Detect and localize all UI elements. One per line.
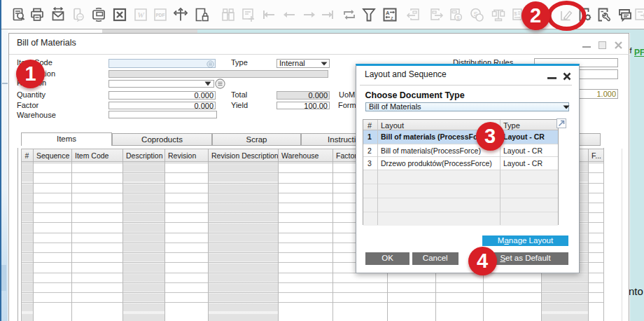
svg-text:$: $ (514, 11, 517, 17)
svg-text:PDF: PDF (156, 13, 165, 18)
svg-text:A: A (386, 10, 390, 16)
svg-text:$: $ (456, 15, 460, 21)
svg-text:z: z (391, 15, 393, 21)
svg-text:W: W (137, 11, 144, 19)
